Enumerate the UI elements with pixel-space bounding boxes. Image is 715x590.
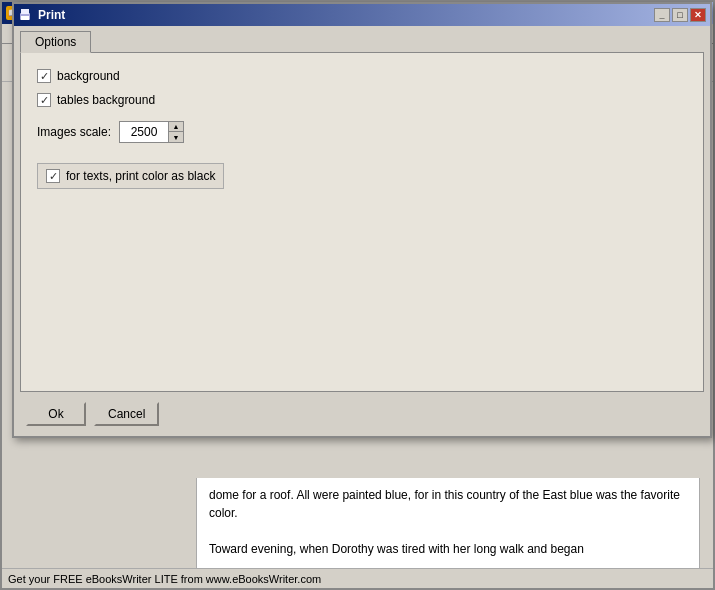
print-color-checkmark: ✓: [49, 171, 58, 182]
dialog-maximize-button[interactable]: □: [672, 8, 688, 22]
book-scroll-bar[interactable]: [699, 478, 713, 568]
tables-background-label: tables background: [57, 93, 155, 107]
tab-bar: Options: [14, 26, 710, 52]
main-window: 📖 Oz.aeh - eBooksWriter _ □ ✕ File Copy …: [0, 0, 715, 590]
dialog-title-bar: Print _ □ ✕: [14, 4, 710, 26]
background-label: background: [57, 69, 120, 83]
print-color-row: ✓ for texts, print color as black: [37, 163, 224, 189]
print-color-checkbox[interactable]: ✓: [46, 169, 60, 183]
print-color-label: for texts, print color as black: [66, 169, 215, 183]
tables-background-option-row: ✓ tables background: [37, 93, 687, 107]
dialog-minimize-button[interactable]: _: [654, 8, 670, 22]
dialog-print-icon: [18, 8, 32, 22]
cancel-button[interactable]: Cancel: [94, 402, 159, 426]
images-scale-input[interactable]: [119, 121, 169, 143]
svg-rect-33: [21, 16, 29, 20]
tab-content-area: ✓ background ✓ tables background Images …: [20, 52, 704, 392]
spinner-up-button[interactable]: ▲: [169, 122, 183, 132]
svg-rect-32: [21, 9, 29, 14]
spinner-down-button[interactable]: ▼: [169, 132, 183, 142]
images-scale-label: Images scale:: [37, 125, 111, 139]
background-checkbox[interactable]: ✓: [37, 69, 51, 83]
book-content-area: dome for a roof. All were painted blue, …: [2, 478, 713, 568]
dialog-close-button[interactable]: ✕: [690, 8, 706, 22]
status-text: Get your FREE eBooksWriter LITE from www…: [8, 573, 321, 585]
images-scale-row: Images scale: ▲ ▼: [37, 121, 687, 143]
book-paragraph-1: dome for a roof. All were painted blue, …: [209, 486, 701, 522]
tables-background-checkmark: ✓: [40, 95, 49, 106]
print-dialog: Print _ □ ✕ Options ✓ background: [12, 2, 712, 438]
status-bar: Get your FREE eBooksWriter LITE from www…: [2, 568, 713, 588]
spinner-buttons: ▲ ▼: [169, 121, 184, 143]
images-scale-spinner: ▲ ▼: [119, 121, 184, 143]
print-color-section: ✓ for texts, print color as black: [37, 163, 687, 189]
dialog-title-text: Print: [38, 8, 65, 22]
dialog-title-left: Print: [18, 8, 65, 22]
tab-options[interactable]: Options: [20, 31, 91, 53]
dialog-title-buttons: _ □ ✕: [654, 8, 706, 22]
dialog-footer: Ok Cancel: [14, 392, 710, 436]
book-sidebar: [2, 478, 197, 568]
tables-background-checkbox[interactable]: ✓: [37, 93, 51, 107]
background-checkmark: ✓: [40, 71, 49, 82]
book-paragraph-2: Toward evening, when Dorothy was tired w…: [209, 540, 701, 558]
background-option-row: ✓ background: [37, 69, 687, 83]
book-text: dome for a roof. All were painted blue, …: [197, 478, 713, 568]
ok-button[interactable]: Ok: [26, 402, 86, 426]
